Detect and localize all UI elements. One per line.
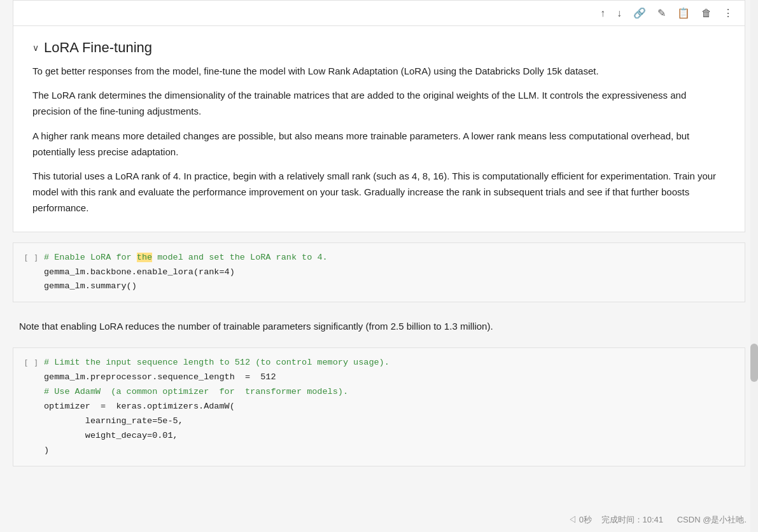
collapse-chevron[interactable]: ∨ bbox=[32, 41, 39, 55]
scrollbar-thumb[interactable] bbox=[750, 344, 758, 382]
more-button[interactable]: ⋮ bbox=[719, 4, 737, 22]
move-up-button[interactable]: ↑ bbox=[596, 5, 609, 22]
paragraph-3: A higher rank means more detailed change… bbox=[32, 129, 726, 160]
code-block-1[interactable]: # Enable LoRA for the model and set the … bbox=[44, 251, 734, 295]
cell-counter-2: [ ] bbox=[24, 356, 44, 370]
footer-timer: ◁ 0秒 bbox=[568, 515, 592, 524]
code-line-2-7: ) bbox=[44, 444, 734, 458]
edit-button[interactable]: ✎ bbox=[654, 4, 670, 22]
note-paragraph: Note that enabling LoRA reduces the numb… bbox=[13, 314, 745, 337]
code-line-2-4: optimizer = keras.optimizers.AdamW( bbox=[44, 400, 734, 414]
code-line-2-1: # Limit the input sequence length to 512… bbox=[44, 356, 734, 370]
delete-button[interactable]: 🗑 bbox=[698, 5, 715, 22]
paragraph-4: This tutorial uses a LoRA rank of 4. In … bbox=[32, 169, 726, 216]
page-wrapper: ↑ ↓ 🔗 ✎ 📋 🗑 ⋮ ∨ LoRA Fine-tuning To get … bbox=[0, 0, 758, 532]
code-line-1-3: gemma_lm.summary() bbox=[44, 279, 734, 294]
markdown-body: To get better responses from the model, … bbox=[32, 64, 726, 216]
markdown-cell: ∨ LoRA Fine-tuning To get better respons… bbox=[13, 25, 745, 232]
scrollbar-track bbox=[750, 0, 758, 532]
code-line-1-1: # Enable LoRA for the model and set the … bbox=[44, 251, 734, 265]
code-line-2-6: weight_decay=0.01, bbox=[44, 429, 734, 444]
code-block-2[interactable]: # Limit the input sequence length to 512… bbox=[44, 356, 734, 458]
code-cell-2: [ ] # Limit the input sequence length to… bbox=[13, 347, 745, 466]
link-button[interactable]: 🔗 bbox=[629, 4, 650, 22]
section-title: LoRA Fine-tuning bbox=[44, 39, 152, 57]
page-footer: ◁ 0秒 完成时间：10:41 CSDN @是小社吔. bbox=[568, 514, 747, 527]
move-down-button[interactable]: ↓ bbox=[613, 5, 626, 22]
code-cell-2-inner: [ ] # Limit the input sequence length to… bbox=[13, 348, 745, 466]
paragraph-1: To get better responses from the model, … bbox=[32, 64, 726, 80]
code-line-2-3: # Use AdamW (a common optimizer for tran… bbox=[44, 385, 734, 400]
cell-header: ∨ LoRA Fine-tuning bbox=[32, 39, 726, 57]
paragraph-2: The LoRA rank determines the dimensional… bbox=[32, 88, 726, 120]
cell-toolbar: ↑ ↓ 🔗 ✎ 📋 🗑 ⋮ bbox=[13, 0, 745, 25]
code-cell-1: [ ] # Enable LoRA for the model and set … bbox=[13, 242, 745, 303]
copy-button[interactable]: 📋 bbox=[673, 4, 694, 22]
code-line-1-2: gemma_lm.backbone.enable_lora(rank=4) bbox=[44, 265, 734, 280]
code-cell-1-inner: [ ] # Enable LoRA for the model and set … bbox=[13, 243, 745, 302]
cell-counter-1: [ ] bbox=[24, 251, 44, 265]
footer-watermark: CSDN @是小社吔. bbox=[677, 515, 747, 524]
footer-time-label: 完成时间：10:41 bbox=[601, 515, 664, 524]
code-line-2-5: learning_rate=5e-5, bbox=[44, 414, 734, 429]
code-line-2-2: gemma_lm.preprocessor.sequence_length = … bbox=[44, 370, 734, 385]
